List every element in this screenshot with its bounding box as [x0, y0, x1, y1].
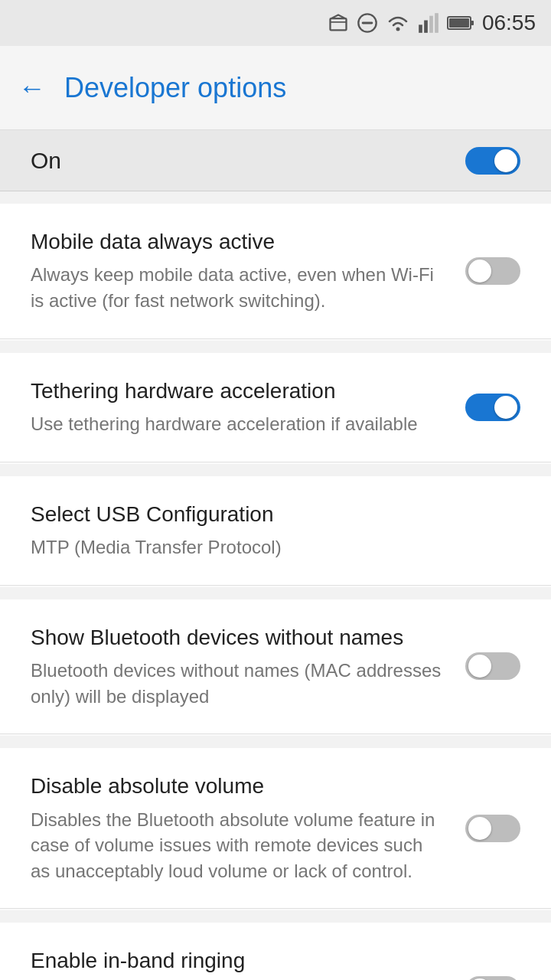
setting-mobile-data-text: Mobile data always active Always keep mo… [31, 228, 465, 314]
setting-mobile-data-title: Mobile data always active [31, 228, 447, 256]
setting-tethering-title: Tethering hardware acceleration [31, 377, 447, 405]
section-gap-5 [0, 736, 551, 748]
setting-absolute-volume[interactable]: Disable absolute volume Disables the Blu… [0, 748, 551, 909]
svg-rect-0 [330, 18, 346, 30]
tethering-toggle[interactable] [465, 394, 520, 421]
settings-list: Mobile data always active Always keep mo… [0, 191, 551, 980]
bluetooth-names-toggle[interactable] [465, 652, 520, 680]
section-gap-1 [0, 191, 551, 204]
section-gap-2 [0, 341, 551, 353]
setting-absolute-volume-text: Disable absolute volume Disables the Blu… [31, 773, 465, 884]
svg-rect-6 [424, 21, 428, 33]
developer-options-toggle[interactable] [465, 147, 520, 175]
setting-bluetooth-names-desc: Bluetooth devices without names (MAC add… [31, 658, 447, 709]
svg-rect-5 [419, 24, 422, 33]
battery-icon [447, 12, 474, 34]
status-time: 06:55 [482, 11, 536, 35]
setting-inband-ringing-title: Enable in-band ringing [31, 947, 447, 975]
wifi-icon [386, 12, 410, 34]
developer-options-toggle-row[interactable]: On [0, 130, 551, 191]
toggle-knob [468, 817, 491, 840]
setting-usb-desc: MTP (Media Transfer Protocol) [31, 534, 502, 560]
page-title: Developer options [64, 72, 286, 104]
section-gap-3 [0, 464, 551, 476]
setting-bluetooth-names[interactable]: Show Bluetooth devices without names Blu… [0, 599, 551, 735]
toggle-knob [494, 396, 517, 419]
section-gap-6 [0, 910, 551, 923]
toggle-knob [494, 149, 517, 172]
setting-absolute-volume-desc: Disables the Bluetooth absolute volume f… [31, 807, 447, 884]
setting-mobile-data[interactable]: Mobile data always active Always keep mo… [0, 204, 551, 339]
toggle-knob [468, 260, 491, 283]
setting-tethering-text: Tethering hardware acceleration Use teth… [31, 377, 465, 437]
on-label: On [31, 148, 61, 174]
do-not-disturb-icon [357, 12, 378, 34]
absolute-volume-toggle[interactable] [465, 815, 520, 842]
status-icons: 06:55 [328, 11, 536, 35]
status-bar: 06:55 [0, 0, 551, 46]
setting-tethering-desc: Use tethering hardware acceleration if a… [31, 411, 447, 437]
inband-ringing-toggle[interactable] [465, 976, 520, 980]
notification-icon [328, 12, 349, 34]
svg-rect-10 [471, 21, 474, 25]
svg-rect-7 [429, 16, 433, 33]
setting-bluetooth-names-text: Show Bluetooth devices without names Blu… [31, 624, 465, 710]
setting-mobile-data-desc: Always keep mobile data active, even whe… [31, 262, 447, 313]
svg-rect-8 [435, 13, 439, 33]
setting-usb-text: Select USB Configuration MTP (Media Tran… [31, 501, 520, 560]
setting-inband-ringing[interactable]: Enable in-band ringing Allow ringtones o… [0, 923, 551, 980]
setting-bluetooth-names-title: Show Bluetooth devices without names [31, 624, 447, 652]
section-gap-4 [0, 587, 551, 599]
setting-usb-title: Select USB Configuration [31, 501, 502, 528]
svg-point-4 [396, 28, 399, 31]
back-button[interactable]: ← [18, 74, 46, 102]
signal-icon [418, 12, 439, 34]
setting-absolute-volume-title: Disable absolute volume [31, 773, 447, 800]
toggle-knob [468, 655, 491, 678]
setting-tethering-hw[interactable]: Tethering hardware acceleration Use teth… [0, 353, 551, 462]
setting-inband-ringing-text: Enable in-band ringing Allow ringtones o… [31, 947, 465, 980]
svg-rect-11 [449, 18, 469, 28]
mobile-data-toggle[interactable] [465, 257, 520, 285]
app-header: ← Developer options [0, 46, 551, 130]
setting-usb-config[interactable]: Select USB Configuration MTP (Media Tran… [0, 476, 551, 586]
